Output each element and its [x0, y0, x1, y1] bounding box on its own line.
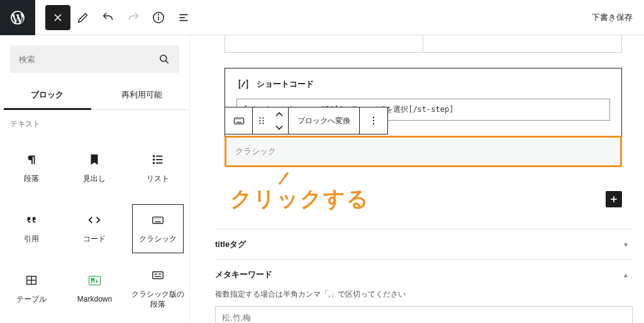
list-view-icon	[177, 11, 191, 25]
block-table[interactable]: テーブル	[0, 259, 63, 319]
info-icon	[152, 11, 165, 25]
keyboard-icon	[233, 114, 245, 127]
undo-button[interactable]	[96, 5, 121, 30]
title-tag-label: titleタグ	[215, 239, 246, 250]
section-text-label: テキスト	[0, 110, 189, 138]
redo-button[interactable]	[121, 5, 146, 30]
svg-rect-28	[234, 118, 243, 124]
markdown-icon: M↓	[89, 273, 100, 287]
info-button[interactable]	[146, 5, 171, 30]
list-icon	[151, 153, 165, 167]
svg-point-11	[153, 156, 154, 157]
block-inserter-panel: ブロック 再利用可能 テキスト 段落 見出し リスト 引用 コード クラシック	[0, 35, 190, 323]
title-tag-toggle[interactable]: titleタグ ▼	[215, 239, 633, 250]
search-icon	[158, 53, 170, 65]
wordpress-icon	[9, 9, 26, 26]
shortcode-icon	[236, 77, 250, 91]
undo-icon	[101, 11, 115, 25]
block-markdown[interactable]: M↓ Markdown	[63, 259, 126, 319]
block-classic-paragraph[interactable]: クラシック版の段落	[126, 259, 189, 319]
meta-keyword-field: メタキーワード ▲ 複数指定する場合は半角カンマ「,」で区切ってください	[215, 259, 633, 323]
svg-point-38	[259, 123, 260, 124]
keyboard-icon	[151, 213, 165, 227]
annotation-text: クリックする	[230, 185, 370, 214]
svg-point-41	[373, 120, 374, 121]
code-icon	[87, 213, 101, 227]
svg-point-39	[262, 123, 264, 124]
svg-line-27	[242, 81, 245, 87]
block-quote[interactable]: 引用	[0, 199, 63, 259]
move-buttons[interactable]	[270, 107, 288, 134]
svg-point-34	[259, 118, 260, 119]
meta-keyword-input[interactable]	[215, 306, 633, 323]
search-row	[10, 45, 179, 73]
meta-keyword-hint: 複数指定する場合は半角カンマ「,」で区切ってください	[215, 289, 633, 300]
quote-icon	[25, 213, 38, 227]
convert-to-blocks-button[interactable]: ブロックへ変換	[289, 107, 360, 134]
chevron-down-icon: ▼	[623, 241, 629, 248]
block-toolbar: ブロックへ変換	[225, 107, 388, 134]
editor-canvas: ショートコード [st-step step_no="3"]"クラシック"を選択[…	[190, 35, 644, 323]
plus-icon	[609, 194, 619, 204]
block-list[interactable]: リスト	[126, 138, 189, 199]
svg-point-35	[262, 118, 264, 119]
svg-point-12	[153, 159, 154, 160]
tab-reusable[interactable]: 再利用可能	[95, 80, 190, 109]
close-inserter-button[interactable]	[45, 5, 70, 30]
tab-blocks[interactable]: ブロック	[0, 80, 95, 109]
chevron-up-icon: ▲	[623, 271, 629, 278]
svg-point-42	[373, 123, 374, 124]
classic-paragraph-icon	[151, 268, 165, 282]
block-paragraph[interactable]: 段落	[0, 138, 63, 199]
table-icon	[25, 273, 38, 287]
more-options-button[interactable]	[360, 107, 387, 134]
title-tag-field: titleタグ ▼	[215, 229, 633, 260]
classic-placeholder: クラシック	[235, 146, 276, 157]
svg-point-13	[153, 163, 154, 164]
block-type-button[interactable]	[225, 107, 253, 134]
shortcode-header: ショートコード	[236, 77, 610, 91]
drag-icon	[255, 114, 268, 127]
editor-topbar: 下書き保存	[0, 0, 644, 35]
outline-button[interactable]	[171, 5, 196, 30]
svg-rect-23	[153, 272, 164, 279]
classic-block[interactable]: クラシック	[225, 136, 622, 167]
block-grid: 段落 見出し リスト 引用 コード クラシック テーブル M↓ Markdown	[0, 138, 189, 319]
block-heading[interactable]: 見出し	[63, 138, 126, 199]
meta-keyword-label: メタキーワード	[215, 269, 272, 280]
pencil-icon	[76, 11, 90, 25]
svg-point-6	[160, 55, 167, 62]
svg-line-7	[166, 61, 169, 63]
search-input[interactable]	[19, 55, 158, 64]
truncated-columns-block[interactable]	[225, 35, 622, 53]
close-icon	[52, 11, 64, 24]
svg-point-2	[158, 14, 159, 14]
block-classic[interactable]: クラシック	[126, 199, 189, 259]
more-vertical-icon	[367, 114, 380, 127]
svg-rect-14	[153, 217, 164, 224]
chevron-down-icon	[273, 121, 286, 134]
drag-handle[interactable]	[253, 107, 270, 134]
chevron-up-icon	[273, 108, 286, 121]
inserter-tabs: ブロック 再利用可能	[0, 80, 189, 110]
bookmark-icon	[87, 153, 101, 167]
meta-keyword-toggle[interactable]: メタキーワード ▲	[215, 269, 633, 280]
svg-point-37	[262, 120, 264, 121]
svg-point-36	[259, 120, 260, 121]
shortcode-title: ショートコード	[257, 79, 314, 90]
svg-point-40	[373, 117, 374, 118]
edit-tool-button[interactable]	[70, 5, 96, 30]
save-draft-button[interactable]: 下書き保存	[580, 12, 644, 23]
redo-icon	[126, 11, 140, 25]
paragraph-icon	[25, 153, 38, 167]
wordpress-logo[interactable]	[0, 0, 35, 35]
add-block-button[interactable]	[606, 191, 622, 207]
block-code[interactable]: コード	[63, 199, 126, 259]
